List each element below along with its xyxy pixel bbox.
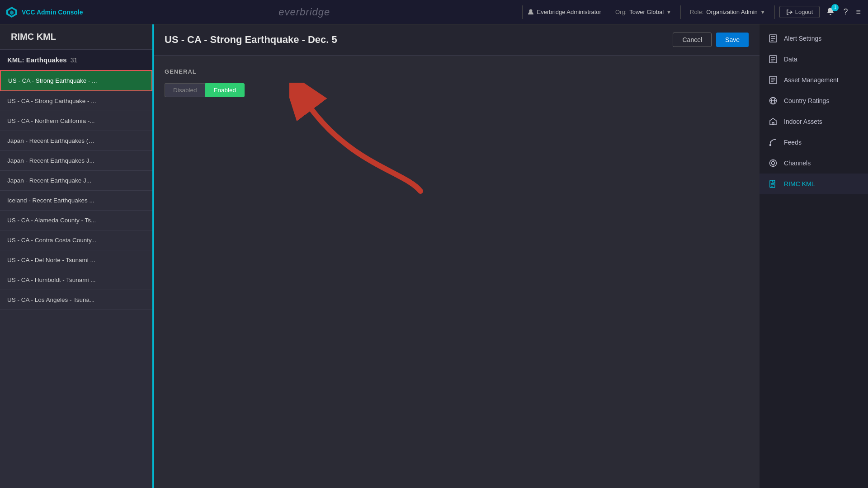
save-button[interactable]: Save: [716, 33, 749, 47]
nav-user: Everbridge Administrator: [527, 9, 601, 16]
list-item[interactable]: Japan - Recent Earthquakes (…: [0, 131, 152, 151]
nav-divider-4: [774, 5, 775, 19]
list-item[interactable]: US - CA - Strong Earthquake - ...: [0, 70, 152, 91]
nav-actions: Logout 1 ? ≡: [779, 5, 863, 19]
asset-management-icon: [769, 75, 778, 84]
role-label: Role:: [690, 9, 703, 15]
nav-divider-3: [680, 5, 681, 19]
content-body: GENERAL Disabled Enabled: [154, 56, 760, 488]
sidebar-item-label: Asset Management: [784, 76, 839, 84]
right-sidebar: Alert SettingsDataAsset ManagementCountr…: [760, 24, 868, 488]
help-icon: ?: [843, 7, 848, 16]
brand-name: everbridge: [278, 6, 330, 18]
sidebar-item-country-ratings[interactable]: Country Ratings: [760, 90, 868, 111]
country-ratings-icon: [769, 96, 778, 105]
nav-org[interactable]: Org: Tower Global ▼: [611, 9, 676, 15]
header-actions: Cancel Save: [673, 33, 749, 47]
app-title: VCC Admin Console: [22, 9, 83, 16]
top-navigation: VCC Admin Console everbridge Everbridge …: [0, 0, 868, 24]
brand-logo: everbridge: [91, 6, 518, 18]
list-item[interactable]: US - CA - Humboldt - Tsunami ...: [0, 270, 152, 290]
logout-button[interactable]: Logout: [779, 6, 820, 18]
data-icon: [769, 55, 778, 64]
alert-settings-icon: [769, 34, 778, 43]
list-header: KML: Earthquakes 31: [0, 50, 152, 70]
disabled-toggle-button[interactable]: Disabled: [165, 83, 205, 97]
channels-icon: [769, 159, 778, 168]
logout-icon: [786, 9, 793, 15]
sidebar-item-channels[interactable]: Channels: [760, 153, 868, 174]
arrow-svg: [289, 83, 434, 200]
sidebar-item-label: Alert Settings: [784, 35, 821, 42]
sidebar-item-label: Country Ratings: [784, 97, 829, 104]
sidebar-item-indoor-assets[interactable]: Indoor Assets: [760, 111, 868, 132]
menu-button[interactable]: ≡: [854, 5, 863, 19]
list-item[interactable]: US - CA - Del Norte - Tsunami ...: [0, 250, 152, 270]
role-name: Organization Admin: [706, 9, 757, 15]
org-chevron-icon: ▼: [666, 9, 671, 15]
list-item[interactable]: US - CA - Los Angeles - Tsuna...: [0, 290, 152, 310]
nav-role[interactable]: Role: Organization Admin ▼: [685, 9, 770, 15]
help-button[interactable]: ?: [841, 5, 849, 19]
list-item[interactable]: Japan - Recent Earthquake J...: [0, 171, 152, 191]
list-item[interactable]: US - CA - Strong Earthquake - ...: [0, 91, 152, 111]
sidebar-item-label: RIMC KML: [784, 180, 815, 188]
svg-point-22: [770, 145, 771, 146]
list-item[interactable]: US - CA - Contra Costa County...: [0, 230, 152, 250]
list-header-text: KML: Earthquakes: [7, 56, 67, 64]
sidebar-item-asset-management[interactable]: Asset Management: [760, 70, 868, 90]
rimc-kml-icon: [769, 179, 778, 188]
org-label: Org:: [615, 9, 627, 15]
sidebar-item-label: Feeds: [784, 139, 802, 146]
arrow-annotation: [289, 83, 434, 202]
user-icon: [527, 9, 534, 16]
list-item[interactable]: US - CA - Alameda County - Ts...: [0, 211, 152, 230]
list-count: 31: [71, 56, 78, 64]
notification-badge: 1: [831, 4, 839, 11]
enabled-toggle-button[interactable]: Enabled: [205, 83, 245, 97]
list-items-container: US - CA - Strong Earthquake - ...US - CA…: [0, 70, 152, 488]
sidebar-item-feeds[interactable]: Feeds: [760, 132, 868, 153]
svg-point-24: [772, 162, 775, 165]
list-item[interactable]: Iceland - Recent Earthquakes ...: [0, 191, 152, 211]
general-section-label: GENERAL: [165, 68, 749, 75]
nav-divider-1: [522, 5, 523, 19]
sidebar-item-label: Data: [784, 56, 797, 63]
list-item[interactable]: US - CA - Northern California -...: [0, 111, 152, 131]
user-name: Everbridge Administrator: [537, 9, 601, 15]
main-layout: RIMC KML KML: Earthquakes 31 US - CA - S…: [0, 24, 868, 488]
svg-rect-21: [772, 122, 774, 125]
app-logo[interactable]: VCC Admin Console: [5, 6, 87, 19]
org-name: Tower Global: [629, 9, 664, 15]
logo-icon: [5, 6, 18, 19]
page-title: RIMC KML: [0, 24, 152, 50]
enable-toggle-group: Disabled Enabled: [165, 83, 749, 97]
content-header: US - CA - Strong Earthquake - Dec. 5 Can…: [154, 24, 760, 56]
notifications-button[interactable]: 1: [824, 5, 837, 19]
hamburger-icon: ≡: [856, 7, 861, 16]
role-chevron-icon: ▼: [760, 9, 765, 15]
sidebar-item-alert-settings[interactable]: Alert Settings: [760, 28, 868, 49]
indoor-assets-icon: [769, 117, 778, 126]
svg-marker-20: [770, 118, 776, 125]
sidebar-item-rimc-kml[interactable]: RIMC KML: [760, 174, 868, 194]
sidebar-item-data[interactable]: Data: [760, 49, 868, 70]
content-area: US - CA - Strong Earthquake - Dec. 5 Can…: [154, 24, 760, 488]
feeds-icon: [769, 138, 778, 147]
sidebar-item-label: Channels: [784, 160, 811, 167]
list-sidebar: RIMC KML KML: Earthquakes 31 US - CA - S…: [0, 24, 154, 488]
nav-divider-2: [606, 5, 606, 19]
list-item[interactable]: Japan - Recent Earthquakes J...: [0, 151, 152, 171]
logout-label: Logout: [795, 9, 813, 15]
cancel-button[interactable]: Cancel: [673, 33, 712, 47]
sidebar-item-label: Indoor Assets: [784, 118, 822, 125]
content-title: US - CA - Strong Earthquake - Dec. 5: [165, 34, 337, 46]
